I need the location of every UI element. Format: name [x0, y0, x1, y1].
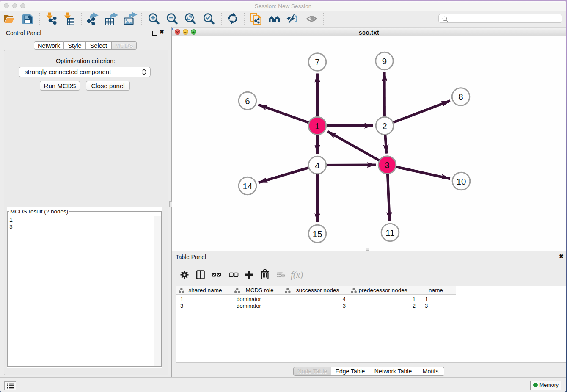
svg-text:9: 9 [382, 56, 387, 66]
svg-text:4: 4 [315, 160, 319, 170]
svg-text:6: 6 [245, 96, 250, 106]
svg-text:14: 14 [243, 181, 253, 191]
svg-text:2: 2 [382, 121, 387, 131]
svg-text:8: 8 [458, 92, 463, 102]
svg-text:10: 10 [457, 177, 466, 186]
svg-text:7: 7 [315, 57, 319, 67]
svg-text:11: 11 [385, 228, 394, 237]
svg-text:1: 1 [315, 121, 319, 131]
svg-text:f(x): f(x) [291, 270, 303, 280]
svg-text:15: 15 [313, 229, 322, 239]
svg-text:3: 3 [385, 160, 389, 170]
